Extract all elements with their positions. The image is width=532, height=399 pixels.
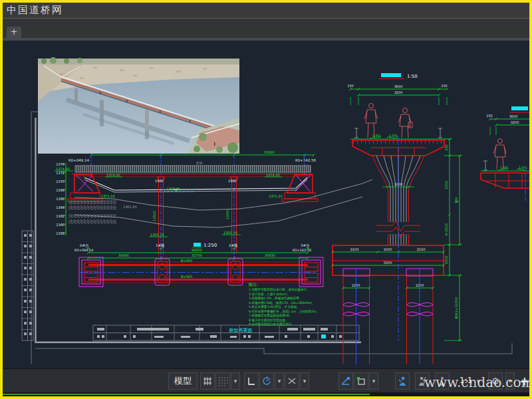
dim-label: 1000 bbox=[384, 247, 392, 251]
selection-dropdown-arrow[interactable]: ▾ bbox=[369, 372, 378, 390]
station-label: K0+049.14 bbox=[74, 248, 93, 252]
bottom-strip bbox=[3, 392, 529, 396]
railing-band bbox=[75, 166, 311, 172]
ortho-mode-icon[interactable] bbox=[244, 372, 259, 390]
note-line: 8.施工时注意保护河堤边坡。 bbox=[249, 318, 289, 323]
dim-label: 2100 bbox=[350, 247, 359, 251]
chevron-down-icon: ▾ bbox=[303, 378, 307, 384]
dim-label: 2100 bbox=[417, 247, 426, 251]
pier-top-label: 1900 bbox=[155, 179, 164, 183]
width-label: B=360 bbox=[181, 275, 192, 279]
otrack-dropdown-arrow[interactable]: ▾ bbox=[300, 372, 309, 390]
polar-dropdown-arrow[interactable]: ▾ bbox=[275, 372, 284, 390]
section-scale-label: 1:50 bbox=[407, 74, 418, 79]
elevation-tick: 1366 bbox=[56, 197, 65, 201]
dim-label: 94000 bbox=[192, 248, 202, 252]
pedestrian-figures bbox=[364, 104, 412, 138]
pier-dim-label: 13500 bbox=[225, 209, 229, 219]
polar-tracking-icon[interactable] bbox=[259, 372, 274, 390]
new-tab-button[interactable]: + bbox=[7, 27, 21, 38]
dim-label: 150 bbox=[486, 114, 493, 118]
note-line: 1.本图尺寸除高程以米计外，余均以毫米计。 bbox=[249, 287, 310, 292]
plan-scale-chip bbox=[194, 243, 201, 247]
elevation-tick: 1364 bbox=[56, 205, 65, 209]
object-snap-icon[interactable] bbox=[338, 372, 353, 390]
pier-dim-label: 13500 bbox=[152, 211, 156, 221]
selection-cycling-icon[interactable] bbox=[354, 372, 368, 390]
dim-label: 3600 bbox=[394, 84, 403, 88]
object-snap-tracking-icon[interactable] bbox=[285, 372, 299, 390]
dim-label: 3200 bbox=[394, 90, 403, 94]
deck-elev-label: 1374.50 bbox=[56, 167, 70, 171]
footing-elev-label: 1371.16 bbox=[101, 194, 115, 198]
plan-scale-label: 1:250 bbox=[203, 243, 217, 248]
snap-grid-icon[interactable] bbox=[200, 372, 215, 390]
annotation-visibility-icon[interactable] bbox=[395, 372, 410, 390]
chevron-down-icon: ▾ bbox=[234, 378, 237, 384]
pier-base-label: 1355.70 bbox=[223, 231, 237, 235]
dim-label: 30630 bbox=[265, 253, 275, 257]
title-bar: 中国道桥网 bbox=[3, 3, 529, 19]
title-block: 桥型布置图 bbox=[93, 325, 359, 340]
dim-label: 墩H bbox=[454, 197, 459, 203]
bridge-photo bbox=[38, 57, 239, 154]
elevation-tick: 1370 bbox=[56, 180, 65, 184]
grid-dropdown-arrow[interactable]: ▾ bbox=[231, 372, 240, 390]
dim-label: 1500 bbox=[444, 256, 448, 265]
drawing-title: 桥型布置图 bbox=[229, 328, 253, 333]
support-label: 2#墩 bbox=[229, 243, 238, 248]
watermark-text: www.cndao.com bbox=[424, 374, 532, 390]
plan-view: 0#台 1#墩 2#墩 3#台 K0+049.14 K0+142.56 1:25… bbox=[74, 243, 323, 287]
width-label: B=360 bbox=[181, 259, 192, 263]
slope-label: 1.5% bbox=[519, 166, 527, 170]
abutment-section: 3600 3200 150 1.5% 1.5% bbox=[481, 106, 529, 201]
abutment-right: 1374.30 1371.20 bbox=[265, 173, 318, 201]
dim-label: H-2500 bbox=[444, 223, 448, 235]
model-button-label: 模型 bbox=[174, 375, 192, 387]
elevation-tick: 1372 bbox=[56, 171, 65, 175]
pier-2-elevation: 1900 13500 1355.70 bbox=[222, 177, 241, 253]
elevation-tick: 1362 bbox=[56, 214, 65, 218]
dim-label: 150 bbox=[347, 84, 354, 88]
chevron-down-icon: ▾ bbox=[278, 378, 281, 384]
note-line: 6.栏杆采用不锈钢栏杆，净高1.1m，立柱间距2m。 bbox=[249, 309, 319, 314]
application-window: 中国道桥网 + bbox=[0, 0, 532, 399]
drawing-canvas[interactable]: 桥型布置图 3025 32110 30820 K0+049.14 K0+142.… bbox=[3, 41, 529, 368]
deck-elev-label: 1374.30 bbox=[266, 173, 280, 177]
titleblock-stamp bbox=[321, 334, 326, 338]
window-title: 中国道桥网 bbox=[7, 4, 63, 16]
elevation-tick: 1374 bbox=[56, 162, 65, 166]
dim-label: 5200 bbox=[384, 261, 392, 265]
ground-elev-label: 1361.60 bbox=[123, 205, 137, 209]
elevation-tick: 1360 bbox=[56, 223, 65, 227]
support-label: 0#台 bbox=[80, 243, 89, 247]
model-button[interactable]: 模型 bbox=[168, 372, 198, 390]
soil-strata: 1361.60 bbox=[68, 200, 137, 223]
dim-label: 30645 bbox=[118, 253, 129, 257]
deck-elev-label: 1374.20 bbox=[106, 173, 120, 177]
support-label: 1#墩 bbox=[156, 243, 165, 248]
dim-label: 2250 bbox=[444, 181, 448, 190]
slope-label: 1.5% bbox=[389, 134, 398, 138]
dim-label: 桩长L=12000 bbox=[454, 297, 458, 320]
abutment-left: 1371.16 1374.20 bbox=[68, 173, 122, 201]
dim-label: 32700 bbox=[192, 253, 202, 257]
chevron-down-icon: ▾ bbox=[372, 378, 376, 384]
section2-scale-chip bbox=[511, 106, 528, 110]
station-label: K0+142.56 bbox=[293, 248, 311, 252]
dim-label: 3200 bbox=[511, 120, 519, 124]
note-line: 9.未尽事宜按现行有关规范执行。 bbox=[249, 322, 295, 327]
dim-label: 30820 bbox=[264, 150, 275, 154]
railing-post bbox=[483, 161, 487, 170]
dim-label: 250 bbox=[444, 144, 448, 151]
notes-block: 附注: 1.本图尺寸除高程以米计外，余均以毫米计。 2.设计荷载：人群3.5kN… bbox=[249, 282, 319, 327]
pier-base-label: 1355.70 bbox=[150, 233, 164, 237]
note-line: 5.桥台采用重力式U型台，扩大基础。 bbox=[249, 305, 300, 309]
note-line: 7.桥面铺装采用花岗岩板厚30。 bbox=[249, 313, 292, 318]
pier-section: 1:50 3600 3200 150 150 bbox=[331, 73, 462, 364]
station-label: K0+142.56 bbox=[295, 158, 316, 162]
section-scale-chip bbox=[381, 73, 401, 77]
elevation-tick: 1358 bbox=[56, 231, 65, 235]
grid-display-icon[interactable] bbox=[215, 372, 230, 390]
status-bar: 模型 ▾ ▾ bbox=[3, 368, 529, 393]
